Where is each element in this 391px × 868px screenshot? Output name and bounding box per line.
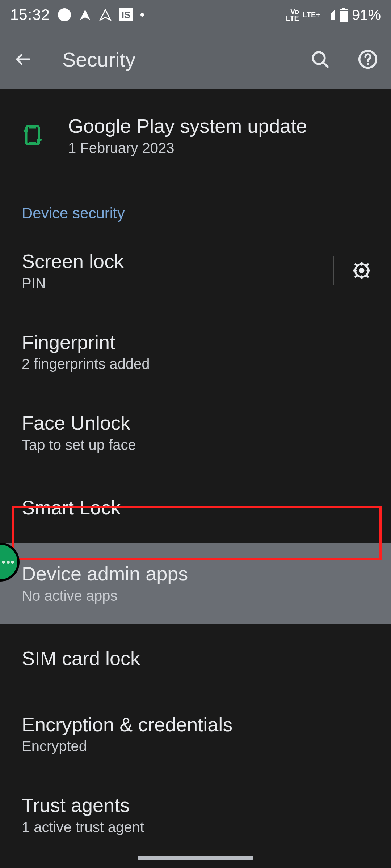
svg-point-5 bbox=[367, 63, 369, 65]
pref-title: Device admin apps bbox=[22, 562, 369, 586]
section-header-device-security: Device security bbox=[0, 182, 391, 230]
pref-fingerprint[interactable]: Fingerprint 2 fingerprints added bbox=[0, 311, 391, 392]
more-notifications-icon bbox=[140, 13, 144, 17]
status-left: 15:32 IS bbox=[10, 6, 144, 24]
lte-icon: LTE+ bbox=[303, 12, 320, 18]
app-badge-icon: IS bbox=[119, 8, 133, 21]
page-title: Security bbox=[49, 48, 285, 71]
pref-title: Screen lock bbox=[22, 250, 326, 273]
send-icon bbox=[99, 9, 112, 21]
back-button[interactable] bbox=[10, 46, 36, 72]
gesture-nav-bar[interactable] bbox=[138, 856, 253, 860]
pref-google-play-system-update[interactable]: Google Play system update 1 February 202… bbox=[0, 89, 391, 182]
app-bar: Security bbox=[0, 30, 391, 89]
pref-title: SIM card lock bbox=[22, 647, 369, 670]
send-icon bbox=[79, 9, 91, 21]
help-button[interactable] bbox=[355, 46, 381, 72]
screen-lock-settings-button[interactable] bbox=[333, 256, 369, 285]
pref-sim-card-lock[interactable]: SIM card lock bbox=[0, 624, 391, 693]
status-right: Vo LTE LTE+ 91% bbox=[286, 7, 381, 23]
svg-rect-2 bbox=[340, 10, 348, 11]
pref-title: Encryption & credentials bbox=[22, 713, 369, 736]
pref-summary: No active apps bbox=[22, 588, 369, 604]
pref-screen-lock[interactable]: Screen lock PIN bbox=[0, 230, 391, 311]
highlight-annotation bbox=[12, 506, 382, 560]
svg-rect-8 bbox=[29, 142, 36, 144]
signal-icon bbox=[324, 9, 336, 21]
svg-rect-7 bbox=[29, 126, 36, 128]
volte-icon: Vo LTE bbox=[286, 8, 299, 21]
pref-title: Google Play system update bbox=[68, 114, 369, 138]
status-bar: 15:32 IS Vo LTE LTE+ 91% bbox=[0, 0, 391, 30]
battery-icon bbox=[340, 8, 348, 22]
pref-summary: PIN bbox=[22, 275, 326, 292]
pref-encryption-credentials[interactable]: Encryption & credentials Encrypted bbox=[0, 693, 391, 774]
svg-rect-1 bbox=[342, 8, 345, 10]
pref-summary: 2 fingerprints added bbox=[22, 356, 369, 372]
svg-point-9 bbox=[359, 268, 365, 273]
pref-title: Trust agents bbox=[22, 793, 369, 817]
status-time: 15:32 bbox=[10, 6, 50, 24]
pref-summary: Encrypted bbox=[22, 738, 369, 754]
content: Google Play system update 1 February 202… bbox=[0, 89, 391, 868]
pref-title: Face Unlock bbox=[22, 411, 369, 435]
gear-icon bbox=[352, 260, 372, 281]
pref-summary: Tap to set up face bbox=[22, 437, 369, 453]
pref-summary: 1 February 2023 bbox=[68, 140, 369, 156]
pref-title: Fingerprint bbox=[22, 331, 369, 354]
notification-dot-icon bbox=[58, 8, 71, 21]
system-update-icon bbox=[22, 122, 68, 148]
pref-summary: 1 active trust agent bbox=[22, 819, 369, 835]
battery-percent: 91% bbox=[352, 7, 381, 23]
pref-face-unlock[interactable]: Face Unlock Tap to set up face bbox=[0, 392, 391, 473]
pref-trust-agents[interactable]: Trust agents 1 active trust agent bbox=[0, 774, 391, 855]
more-icon bbox=[2, 561, 14, 564]
search-button[interactable] bbox=[307, 46, 333, 72]
